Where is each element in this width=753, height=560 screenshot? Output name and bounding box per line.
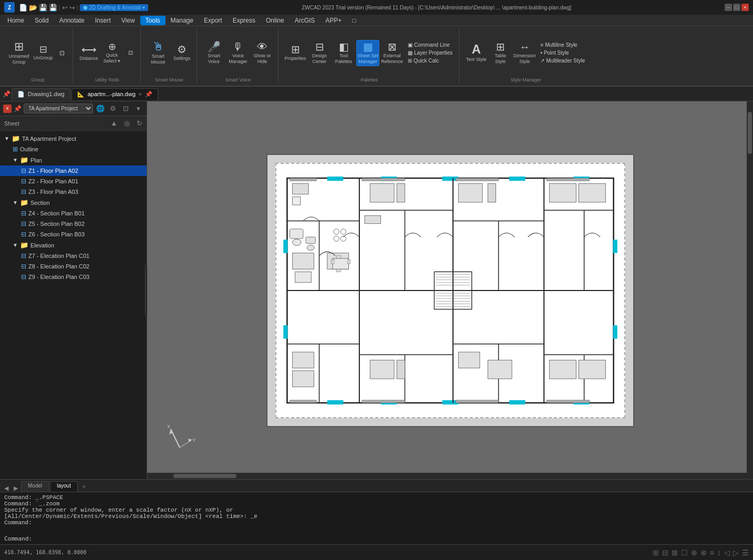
menu-app[interactable]: APP+ xyxy=(320,16,347,25)
tool-palettes-button[interactable]: ◧ Tool Palettes xyxy=(332,40,355,66)
panel-globe-icon[interactable]: 🌐 xyxy=(95,103,106,114)
smart-voice-button[interactable]: 🎤 Smart Voice xyxy=(202,40,225,66)
settings-button[interactable]: ⚙ Settings xyxy=(171,40,192,66)
status-transparency-icon[interactable]: ↕ xyxy=(717,548,721,557)
menu-manage[interactable]: Manage xyxy=(166,16,199,25)
new-file-icon[interactable]: 📄 xyxy=(19,4,27,12)
status-osnap-icon[interactable]: ⊕ xyxy=(691,548,697,557)
quick-select-icon: ⊕ xyxy=(108,42,116,51)
vertical-scrollbar[interactable] xyxy=(747,101,753,479)
tree-z3-floor-plan-a03[interactable]: ⊟ Z3 - Floor Plan A03 xyxy=(0,186,147,197)
tree-z4-section-b01[interactable]: ⊟ Z4 - Section Plan B01 xyxy=(0,208,147,219)
menu-online[interactable]: Online xyxy=(261,16,290,25)
layout-tab-add[interactable]: + xyxy=(79,481,89,492)
tree-z7-elevation-c01[interactable]: ⊟ Z7 - Elecation Plan C01 xyxy=(0,251,147,261)
status-polar-icon[interactable]: ⊠ xyxy=(672,548,678,557)
layout-nav-prev[interactable]: ◀ xyxy=(2,485,11,492)
status-snap-icon[interactable]: ⊟ xyxy=(662,548,668,557)
pin-tab-icon[interactable]: 📌 xyxy=(145,91,152,98)
panel-pin-icon[interactable]: 📌 xyxy=(14,105,22,112)
layout-tab-model[interactable]: Model xyxy=(21,481,49,492)
tree-z6-section-b03[interactable]: ⊟ Z6 - Section Plan B03 xyxy=(0,229,147,240)
menu-solid[interactable]: Solid xyxy=(29,16,54,25)
status-grid-icon[interactable]: ⊞ xyxy=(653,548,659,557)
status-menu-icon[interactable]: ☰ xyxy=(742,548,749,557)
tree-z2-floor-plan-a01[interactable]: ⊟ Z2 - Floor Plan A01 xyxy=(0,176,147,186)
panel-export-icon[interactable]: ⊡ xyxy=(120,103,131,114)
panel-up-icon[interactable]: ▲ xyxy=(109,118,119,129)
panel-close-button[interactable]: × xyxy=(3,105,12,113)
save-icon[interactable]: 💾 xyxy=(39,4,47,12)
menu-express[interactable]: Express xyxy=(228,16,261,25)
layer-properties-button[interactable]: ▦ Layer Properties xyxy=(406,49,455,56)
undo-icon[interactable]: ↩ xyxy=(62,4,68,12)
pin-button[interactable]: 📌 xyxy=(2,90,11,98)
project-select[interactable]: TA Apartment Project xyxy=(24,103,93,113)
minimize-button[interactable]: – xyxy=(725,4,732,11)
tree-section-folder[interactable]: ▼ 📁 Section xyxy=(0,197,147,208)
table-style-button[interactable]: ⊞ Table Style xyxy=(489,40,512,66)
menu-home[interactable]: Home xyxy=(2,16,29,25)
tree-z1-floor-plan-a02[interactable]: ⊟ Z1 - Floor Plan A02 xyxy=(0,165,147,176)
status-prev-icon[interactable]: ◁ xyxy=(724,548,730,557)
menu-export[interactable]: Export xyxy=(199,16,228,25)
menu-insert[interactable]: Insert xyxy=(90,16,116,25)
utility-extra-button[interactable]: ⊡ xyxy=(125,47,136,59)
ungroup-button[interactable]: ⊟ UnGroup xyxy=(32,39,55,67)
multileader-style-button[interactable]: ↗ Multileader Style xyxy=(538,57,587,64)
show-hide-button[interactable]: 👁 Show or Hide xyxy=(251,40,274,66)
external-reference-button[interactable]: ⊠ External Reference xyxy=(380,40,404,66)
sheet-set-manager-button[interactable]: ▦ Sheet Set Manager xyxy=(356,40,379,66)
tree-z8-elevation-c02[interactable]: ⊟ Z8 - Elecation Plan C02 xyxy=(0,261,147,272)
tab-drawing1[interactable]: 📄 Drawing1.dwg xyxy=(12,88,70,100)
status-otrack-icon[interactable]: ⊗ xyxy=(700,548,707,557)
group-edit-button[interactable]: ⊡ xyxy=(56,47,68,59)
tree-outline[interactable]: ⊞ Outline xyxy=(0,144,147,154)
design-center-button[interactable]: ⊟ Design Center xyxy=(308,40,331,66)
tree-elevation-folder[interactable]: ▼ 📁 Elevation xyxy=(0,240,147,251)
multiline-style-button[interactable]: ≡ Multiline Style xyxy=(538,42,587,48)
layout-nav-next[interactable]: ▶ xyxy=(12,485,20,492)
unnamed-group-button[interactable]: ⊞ Unnamed Group xyxy=(7,39,30,67)
tree-project-root[interactable]: ▼ 📁 TA Apartment Project xyxy=(0,133,147,144)
panel-refresh-icon[interactable]: ↻ xyxy=(134,118,145,129)
panel-config-icon[interactable]: ⚙ xyxy=(108,103,118,114)
open-file-icon[interactable]: 📂 xyxy=(29,4,37,12)
layout-tab-layout[interactable]: layout xyxy=(50,481,78,492)
command-input[interactable] xyxy=(34,535,749,542)
point-style-button[interactable]: • Point Style xyxy=(538,49,587,56)
command-line-button[interactable]: ▣ Command Line xyxy=(406,42,455,48)
distance-button[interactable]: ⟷ Distance xyxy=(78,40,99,66)
tab-apartment-plan[interactable]: 📐 apartm...-plan.dwg × 📌 xyxy=(71,88,158,100)
command-line-1: Command: _.PSPACE xyxy=(4,494,749,501)
quick-select-button[interactable]: ⊕ Quick Select ▾ xyxy=(100,40,123,66)
status-ortho-icon[interactable]: ☐ xyxy=(681,548,688,557)
menu-window[interactable]: □ xyxy=(347,16,361,25)
canvas-area[interactable]: X Y xyxy=(147,101,753,479)
panel-settings-icon[interactable]: ◎ xyxy=(121,118,132,129)
tree-plan-folder[interactable]: ▼ 📁 Plan xyxy=(0,154,147,165)
menu-annotate[interactable]: Annotate xyxy=(54,16,90,25)
tab-close-icon[interactable]: × xyxy=(139,91,142,97)
redo-icon[interactable]: ↪ xyxy=(69,4,75,12)
panel-arrow-icon[interactable]: ▾ xyxy=(133,103,143,114)
status-lineweight-icon[interactable]: ≡ xyxy=(710,548,714,557)
tree-z9-elevation-c03[interactable]: ⊟ Z9 - Elecation Plan C03 xyxy=(0,272,147,282)
menu-tools[interactable]: Tools xyxy=(140,16,166,25)
maximize-button[interactable]: □ xyxy=(733,4,740,11)
save-as-icon[interactable]: 💾 xyxy=(49,4,57,12)
properties-button[interactable]: ⊞ Properties xyxy=(284,40,307,66)
z8-sheet-icon: ⊟ xyxy=(21,263,26,270)
quick-calc-button[interactable]: ⊞ Quick Calc xyxy=(406,57,455,64)
text-style-button[interactable]: A Text Style xyxy=(465,40,488,66)
close-button[interactable]: × xyxy=(741,4,749,11)
menu-view[interactable]: View xyxy=(116,16,140,25)
status-next-icon[interactable]: ▷ xyxy=(733,548,739,557)
smart-mouse-button[interactable]: 🖱 Smart Mouse xyxy=(146,40,170,66)
horizontal-scrollbar[interactable] xyxy=(147,473,747,479)
menu-arcgis[interactable]: ArcGIS xyxy=(290,16,321,25)
voice-manager-button[interactable]: 🎙 Voice Manager xyxy=(226,40,250,66)
window-title: ZWCAD 2023 Trial version (Remained 11 Da… xyxy=(152,5,720,11)
dimension-style-button[interactable]: ↔ Dimension Style xyxy=(513,40,536,66)
tree-z5-section-b02[interactable]: ⊟ Z5 - Section Plan B02 xyxy=(0,219,147,229)
